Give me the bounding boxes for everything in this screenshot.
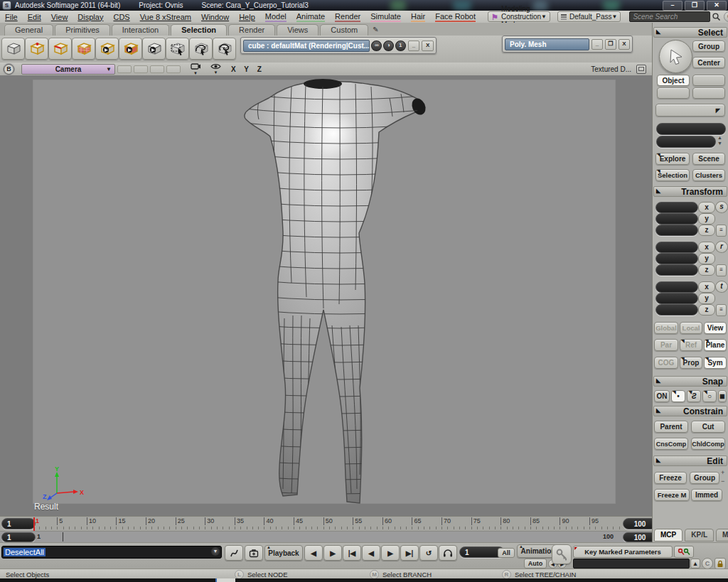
mesh-maximize-button[interactable]: ❐ xyxy=(605,39,616,50)
recycle-icon[interactable]: 1 xyxy=(395,41,406,51)
poly-mesh-window[interactable]: Poly. Mesh _ ❐ X xyxy=(502,36,633,53)
memo-cam-slot-2[interactable] xyxy=(134,65,148,73)
menu-face-robot[interactable]: Face Robot xyxy=(435,12,476,22)
select-rectangle-tool-button[interactable] xyxy=(166,38,189,60)
camera-settings-button[interactable]: ▼ xyxy=(191,63,200,75)
poly-mesh-titlebar[interactable]: Poly. Mesh xyxy=(505,38,589,50)
select-object-raycast-button[interactable] xyxy=(95,38,119,60)
cog-button[interactable]: COG xyxy=(654,357,678,369)
scale-mode-button[interactable]: s xyxy=(715,201,728,213)
scale-x-field[interactable] xyxy=(655,202,698,213)
sym-button[interactable]: Sym xyxy=(704,357,727,369)
property-close-button[interactable]: X xyxy=(422,41,434,51)
select-raycast-grey-button[interactable] xyxy=(142,38,166,60)
object-filter-button[interactable]: Object xyxy=(657,75,690,86)
translate-y-field[interactable] xyxy=(655,293,698,304)
plane-mode-button[interactable]: Plane xyxy=(704,339,727,351)
constrain-cut-button[interactable]: Cut xyxy=(691,421,725,433)
property-minimize-button[interactable]: _ xyxy=(408,41,420,51)
menu-view[interactable]: View xyxy=(51,13,68,21)
ref-mode-button[interactable]: Ref xyxy=(680,339,702,351)
range-slider-handle[interactable] xyxy=(63,532,63,541)
lock-button[interactable] xyxy=(714,558,726,569)
menu-simulate[interactable]: Simulate xyxy=(370,12,401,22)
plus-icon[interactable]: + xyxy=(721,470,724,475)
translate-y-button[interactable]: y xyxy=(698,293,715,304)
translate-z-button[interactable]: z xyxy=(698,304,715,316)
script-editor-button[interactable] xyxy=(225,545,243,561)
menu-animate[interactable]: Animate xyxy=(296,12,325,22)
visibility-options-button[interactable]: ▼ xyxy=(210,63,221,75)
snap-region-button[interactable]: ○ xyxy=(702,390,717,402)
refresh-icon[interactable]: ◑ xyxy=(383,41,394,51)
key-marked-parameters-button[interactable]: Key Marked Parameters xyxy=(573,546,673,558)
selection-text-field-1[interactable] xyxy=(656,123,726,135)
axis-z-toggle[interactable]: Z xyxy=(257,65,262,73)
translate-z-field[interactable] xyxy=(655,304,698,316)
rotate-x-button[interactable]: x xyxy=(698,242,715,253)
menu-hair[interactable]: Hair xyxy=(411,12,425,22)
spinner-down-icon[interactable]: ▼ xyxy=(717,141,722,146)
snap-curve-button[interactable]: Ƨ xyxy=(687,390,701,402)
snap-point-button[interactable]: • xyxy=(671,390,685,402)
command-history-dropdown[interactable]: ▼ xyxy=(211,547,220,556)
filter-slot-button-1[interactable] xyxy=(692,75,725,86)
filter-slot-button-2[interactable] xyxy=(657,87,690,99)
lock-icon[interactable]: ∞ xyxy=(371,41,382,51)
snap-section-header[interactable]: Snap xyxy=(653,376,727,387)
filter-edge-cube-button[interactable] xyxy=(48,38,72,60)
axis-y-toggle[interactable]: Y xyxy=(244,65,250,73)
selection-filter-flyout[interactable]: ◤ xyxy=(655,104,725,117)
translate-options-icon[interactable]: ≡ xyxy=(716,304,727,316)
filter-slot-button-3[interactable] xyxy=(692,87,725,99)
menu-model[interactable]: Model xyxy=(265,12,287,22)
clusters-button[interactable]: Clusters xyxy=(692,169,725,181)
select-section-header[interactable]: Select xyxy=(653,27,727,38)
command-line-input[interactable]: DeselectAll ▼ xyxy=(1,546,222,559)
immed-button[interactable]: Immed xyxy=(691,489,722,501)
prop-button[interactable]: Prop xyxy=(680,357,702,369)
select-object-cube-button[interactable] xyxy=(1,38,25,60)
tab-custom[interactable]: Custom xyxy=(320,24,368,36)
rotate-options-icon[interactable]: ≡ xyxy=(716,264,727,276)
rotate-mode-button[interactable]: r xyxy=(715,241,728,253)
property-window-titlebar[interactable]: cube : defaultMat (Rendering|Cust... xyxy=(243,40,370,52)
rotate-z-field[interactable] xyxy=(655,264,698,276)
parameter-dropdown[interactable] xyxy=(573,559,690,568)
minus-icon[interactable]: − xyxy=(721,479,724,483)
select-tool-button[interactable] xyxy=(659,40,692,73)
tab-selection[interactable]: Selection xyxy=(171,24,227,36)
translate-mode-button[interactable]: t xyxy=(715,281,728,293)
camera-view-dropdown[interactable]: Camera ▼ xyxy=(21,64,115,75)
tab-views[interactable]: Views xyxy=(277,24,318,36)
range-start-field[interactable]: 1 xyxy=(1,532,36,542)
select-freeform-tool-button[interactable] xyxy=(213,38,236,60)
select-lasso-tool-button[interactable] xyxy=(189,38,213,60)
rotate-z-button[interactable]: z xyxy=(698,264,715,276)
scale-options-icon[interactable]: ≡ xyxy=(716,225,727,237)
selection-text-field-2[interactable] xyxy=(656,136,716,148)
freeze-button[interactable]: Freeze xyxy=(654,472,687,484)
close-button[interactable]: ✕ xyxy=(707,1,727,11)
playhead[interactable] xyxy=(33,517,35,531)
go-to-end-button[interactable]: ▶| xyxy=(400,545,419,561)
playback-menu-button[interactable]: ▲ Playback xyxy=(264,545,303,561)
search-icon[interactable] xyxy=(712,12,721,21)
scale-x-button[interactable]: x xyxy=(698,202,715,213)
construction-mode-dropdown[interactable]: ⚑ Modeling Construction Mode ▼ xyxy=(488,11,550,22)
c-button[interactable]: C xyxy=(702,558,713,569)
menu-window[interactable]: Window xyxy=(201,13,229,21)
spinner-up-icon[interactable]: ▲ xyxy=(717,136,722,140)
mesh-close-button[interactable]: X xyxy=(619,39,630,50)
edit-group-button[interactable]: Group xyxy=(690,472,719,484)
selection-button[interactable]: Selection xyxy=(655,169,690,181)
property-window[interactable]: cube : defaultMat (Rendering|Cust... ∞ ◑… xyxy=(240,37,437,54)
play-forward-button[interactable]: ▶ xyxy=(381,545,400,561)
rotate-y-field[interactable] xyxy=(655,253,698,264)
audio-mute-button[interactable] xyxy=(439,545,457,561)
minimize-button[interactable]: – xyxy=(663,1,682,11)
scale-z-field[interactable] xyxy=(655,225,698,236)
title-bar[interactable]: S Autodesk Softimage 2011 (64-bit)Projec… xyxy=(0,0,728,11)
frame-back-button[interactable]: ◀ xyxy=(304,545,323,561)
memo-cam-slot-3[interactable] xyxy=(150,65,164,73)
